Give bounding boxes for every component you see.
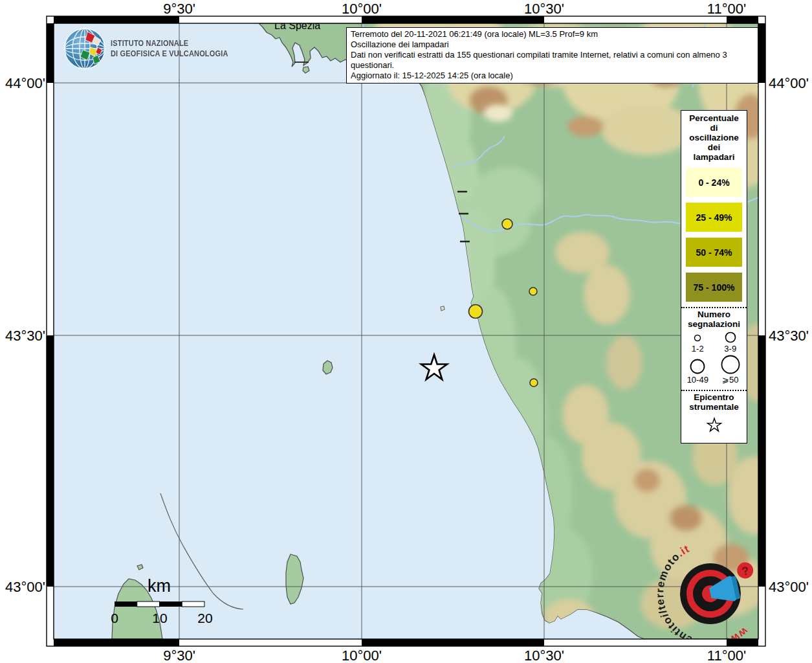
count-circle-3-9 <box>721 330 740 343</box>
count-circle-50 <box>719 354 741 374</box>
legend-count-symbols: 1-2 3-9 10-49 ⩾50 <box>681 330 747 385</box>
ingv-logo-globe <box>65 28 105 69</box>
scale-tick-20: 20 <box>197 611 212 625</box>
count-label-10-49: 10-49 <box>687 375 708 385</box>
epicenter-star-icon <box>705 417 724 434</box>
count-label-3-9: 3-9 <box>724 344 736 354</box>
felt-report-circle <box>469 305 483 319</box>
legend-box: Percentuale di oscillazione dei lampadar… <box>681 110 747 444</box>
ingv-logo-line2: DI GEOFISICA E VULCANOLOGIA <box>111 49 228 58</box>
count-label-50: ⩾50 <box>722 375 738 385</box>
legend-swatch-50-74: 50 - 74% <box>686 238 742 267</box>
event-info-box: Terremoto del 20-11-2021 06:21:49 (ora l… <box>346 27 758 84</box>
felt-report-circle <box>502 219 512 229</box>
place-label-la-spezia: La Spezia <box>274 20 320 31</box>
legend-swatch-25-49: 25 - 49% <box>686 203 742 232</box>
legend-swatch-75-100: 75 - 100% <box>686 273 742 302</box>
felt-report-circle <box>529 287 537 295</box>
legend-percent-title: Percentuale di oscillazione dei lampadar… <box>681 111 747 162</box>
count-circle-1-2 <box>688 332 707 343</box>
count-label-1-2: 1-2 <box>692 344 704 354</box>
event-effect-line: Oscillazione dei lampadari <box>351 39 754 50</box>
hsit-map-page: { "map": { "title_box": { "lines": [ "Te… <box>0 0 812 663</box>
felt-report-circle <box>530 379 538 387</box>
event-title-line: Terremoto del 20-11-2021 06:21:49 (ora l… <box>351 29 754 39</box>
legend-count-title: Numero segnalazioni <box>681 308 747 329</box>
scale-unit: km <box>148 576 171 596</box>
ingv-logo-line1: ISTITUTO NAZIONALE <box>111 39 188 48</box>
event-disclaimer-line: Dati non verificati estratti da 155 ques… <box>351 50 754 71</box>
event-updated-line: Aggiornato il: 15-12-2025 14:25 (ora loc… <box>351 71 754 81</box>
count-circle-10-49 <box>687 357 708 374</box>
legend-swatch-0-24: 0 - 24% <box>686 168 742 197</box>
legend-epicenter-title: Epicentro strumentale <box>681 391 747 412</box>
scale-tick-0: 0 <box>111 611 118 625</box>
islet-meloria <box>441 306 444 311</box>
scale-tick-10: 10 <box>152 611 167 625</box>
